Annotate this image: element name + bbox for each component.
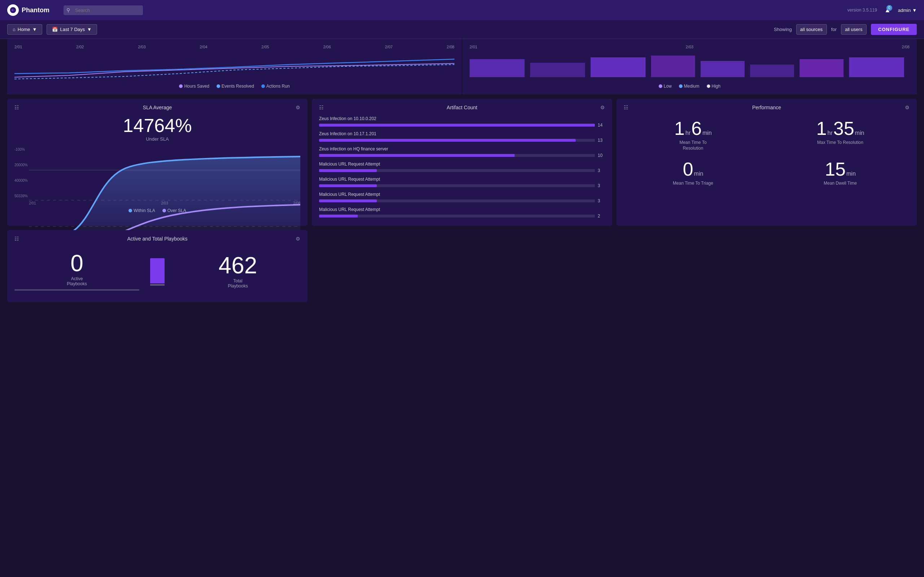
x-label-1: 2/01 — [29, 201, 36, 205]
chevron-down-icon: ▼ — [912, 8, 917, 13]
svg-rect-1 — [470, 59, 525, 77]
events-resolved-label: Events Resolved — [221, 84, 254, 89]
perf-num-6: 6 — [691, 119, 702, 138]
x-label-2: 2/03 — [161, 201, 168, 205]
calendar-icon: 📅 — [52, 27, 58, 32]
artifact-bar-bg-6 — [319, 214, 595, 218]
perf-mean-triage-label: Mean Time To Triage — [624, 181, 762, 187]
right-chart-legend: Low Medium High — [470, 84, 909, 89]
notifications-button[interactable]: ▲ 0 — [884, 6, 891, 14]
perf-unit-min3: min — [694, 171, 703, 177]
sla-chart: -100% 20000% 40000% 50339% — [15, 148, 300, 205]
artifact-bar-fill-2 — [319, 154, 515, 157]
date-range-label: Last 7 Days — [60, 27, 85, 32]
svg-rect-4 — [651, 56, 695, 77]
y-label-3: 40000% — [15, 179, 28, 182]
hours-saved-label: Hours Saved — [184, 84, 209, 89]
brand-name: Phantom — [22, 6, 50, 14]
date-range-button[interactable]: 📅 Last 7 Days ▼ — [47, 24, 97, 35]
performance-card: ☷ Performance ⚙ 1 hr 6 min Mean Time ToR… — [617, 99, 917, 226]
artifact-bar-bg-1 — [319, 139, 595, 142]
artifact-card-header: ☷ Artifact Count ⚙ — [319, 105, 605, 110]
artifact-item-4: Malicious URL Request Attempt 3 — [319, 177, 605, 188]
user-menu-button[interactable]: admin ▼ — [898, 8, 917, 13]
artifact-count-5: 3 — [598, 198, 605, 203]
artifact-bar-row-5: 3 — [319, 198, 605, 203]
perf-dwell: 15 min Mean Dwell Time — [771, 160, 909, 187]
legend-low: Low — [659, 84, 672, 89]
top-charts: 2/01 2/02 2/03 2/04 2/05 2/06 2/07 2/08 — [7, 39, 917, 95]
bottom-grid: ☷ Active and Total Playbooks ⚙ 0 ActiveP… — [7, 230, 917, 302]
artifact-bar-fill-3 — [319, 169, 377, 172]
svg-rect-5 — [701, 61, 745, 77]
perf-grid: 1 hr 6 min Mean Time ToResolution 1 hr 3… — [624, 116, 909, 189]
users-select[interactable]: all users — [841, 24, 867, 35]
chart-dates-left: 2/01 2/02 2/03 2/04 2/05 2/06 2/07 2/08 — [15, 45, 454, 49]
artifact-bar-bg-4 — [319, 184, 595, 187]
playbooks-active-count: 0 — [15, 252, 139, 275]
perf-mean-ttr-label: Mean Time ToResolution — [624, 140, 762, 151]
artifact-item-1: Zeus Infection on 10.17.1.201 13 — [319, 131, 605, 143]
artifact-bar-row-3: 3 — [319, 168, 605, 173]
brand: Phantom — [7, 4, 58, 16]
navbar: Phantom ⚲ version 3.5.119 ▲ 0 admin ▼ — [0, 0, 924, 20]
perf-settings-icon[interactable]: ⚙ — [905, 105, 909, 110]
main-content: 2/01 2/02 2/03 2/04 2/05 2/06 2/07 2/08 — [0, 39, 924, 577]
legend-actions-run: Actions Run — [261, 84, 290, 89]
artifact-bar-row-0: 14 — [319, 122, 605, 128]
perf-max-ttr-label: Max Time To Resolution — [771, 140, 909, 146]
playbooks-bar-fill — [150, 258, 165, 284]
medium-dot — [679, 84, 683, 88]
actions-run-label: Actions Run — [267, 84, 290, 89]
toolbar: ⌂ Home ▼ 📅 Last 7 Days ▼ Showing all sou… — [0, 20, 924, 39]
version-label: version 3.5.119 — [848, 8, 877, 13]
dashboard-grid: ☷ SLA Average ⚙ 14764% Under SLA -100% 2… — [7, 99, 917, 226]
playbooks-active-stat: 0 ActivePlaybooks — [15, 252, 139, 291]
artifact-bar-bg-2 — [319, 154, 595, 157]
sla-grid-icon: ☷ — [15, 105, 19, 110]
playbooks-content: 0 ActivePlaybooks 462 TotalPlaybooks — [15, 247, 300, 295]
artifact-settings-icon[interactable]: ⚙ — [600, 105, 605, 110]
perf-dwell-label: Mean Dwell Time — [771, 181, 909, 187]
search-icon: ⚲ — [66, 7, 70, 13]
x-label-3: 2/08 — [294, 201, 300, 205]
perf-mean-triage: 0 min Mean Time To Triage — [624, 160, 762, 187]
sla-card-header: ☷ SLA Average ⚙ — [15, 105, 300, 110]
playbooks-bar-base — [150, 284, 165, 285]
perf-unit-min2: min — [855, 130, 864, 136]
sla-settings-icon[interactable]: ⚙ — [296, 105, 300, 110]
sources-select[interactable]: all sources — [796, 24, 827, 35]
artifact-name-1: Zeus Infection on 10.17.1.201 — [319, 131, 605, 136]
artifact-item-0: Zeus Infection on 10.10.0.202 14 — [319, 116, 605, 128]
perf-unit-min1: min — [703, 130, 712, 136]
date-label: 2/04 — [200, 45, 207, 49]
perf-mean-ttr-value: 1 hr 6 min — [624, 119, 762, 138]
artifact-bar-fill-1 — [319, 139, 576, 142]
svg-rect-2 — [530, 63, 585, 77]
artifact-count-0: 14 — [598, 122, 605, 128]
left-chart-legend: Hours Saved Events Resolved Actions Run — [15, 84, 454, 89]
events-resolved-dot — [216, 84, 220, 88]
artifact-bar-fill-0 — [319, 124, 595, 127]
home-label: Home — [18, 27, 30, 32]
perf-num-1hr: 1 — [674, 119, 685, 138]
artifact-name-3: Malicious URL Request Attempt — [319, 161, 605, 167]
high-label: High — [712, 84, 721, 89]
perf-unit-hr2: hr — [828, 130, 833, 136]
legend-high: High — [707, 84, 721, 89]
artifact-count-3: 3 — [598, 168, 605, 173]
hours-saved-dot — [179, 84, 183, 88]
date-label-r3: 2/08 — [902, 45, 909, 49]
search-input[interactable] — [63, 5, 143, 15]
artifact-bar-row-2: 10 — [319, 153, 605, 158]
perf-grid-icon: ☷ — [624, 105, 628, 110]
home-button[interactable]: ⌂ Home ▼ — [7, 24, 42, 35]
playbooks-card-header: ☷ Active and Total Playbooks ⚙ — [15, 236, 300, 242]
artifact-name-2: Zeus infection on HQ finance server — [319, 147, 605, 152]
perf-max-ttr: 1 hr 35 min Max Time To Resolution — [771, 119, 909, 151]
playbooks-settings-icon[interactable]: ⚙ — [296, 236, 300, 242]
username-label: admin — [898, 8, 911, 13]
brand-logo — [7, 4, 19, 16]
legend-events-resolved: Events Resolved — [216, 84, 254, 89]
configure-button[interactable]: CONFIGURE — [871, 24, 917, 35]
